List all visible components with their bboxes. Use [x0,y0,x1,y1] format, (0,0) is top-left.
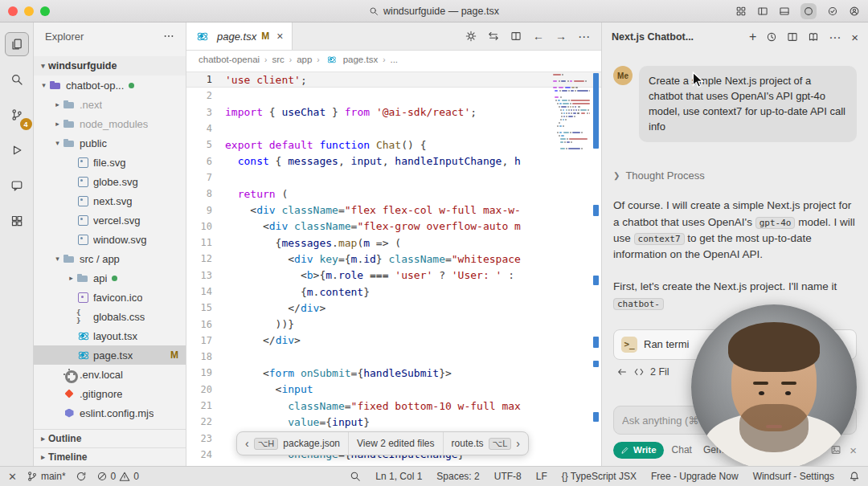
code-line-10[interactable]: 10 <div className="flex-grow overflow-au… [186,218,601,235]
view-edited-files-button[interactable]: View 2 edited files [349,432,444,455]
status-item[interactable]: LF [536,471,547,482]
code-line-9[interactable]: 9 <div className="flex flex-col w-full m… [186,202,601,218]
code-line-2[interactable]: 2 [186,88,601,104]
tree-item--gitignore[interactable]: .gitignore [34,384,186,403]
code-line-19[interactable]: 19 <form onSubmit={handleSubmit}> [186,365,601,381]
code-line-13[interactable]: 13 <b>{m.role === 'user' ? 'User: ' : [186,268,601,284]
tree-item-file-svg[interactable]: file.svg [34,153,186,172]
code-line-7[interactable]: 7 [186,169,601,186]
minimap[interactable] [553,73,590,150]
code-line-22[interactable]: 22 value={input} [186,414,601,430]
tree-item-next-svg[interactable]: next.svg [34,191,186,210]
user-message-bubble[interactable]: Create a simple Next.js project of a cha… [639,66,857,142]
navigate-forward-icon[interactable]: → [555,31,567,42]
git-branch-status[interactable]: main* [27,471,66,482]
status-item[interactable]: Windsurf - Settings [753,471,834,482]
outline-section[interactable]: ▸ Outline [34,429,186,447]
tree-item-chatbot-op-[interactable]: ▾chatbot-op... [34,76,186,95]
code-line-14[interactable]: 14 {m.content} [186,284,601,300]
breadcrumb-item[interactable]: chatbot-openai [199,55,260,64]
tree-item-page-tsx[interactable]: page.tsxM [34,345,186,365]
tree-item--env-local[interactable]: .env.local [34,365,186,384]
dismiss-icon[interactable]: × [850,444,857,456]
activity-explorer[interactable] [5,32,29,56]
tree-item-eslint-config-mjs[interactable]: eslint.config.mjs [34,403,186,423]
tree-item-layout-tsx[interactable]: layout.tsx [34,326,186,345]
sidebar-more-actions[interactable] [163,31,174,42]
breadcrumb-item[interactable]: ... [390,55,398,64]
activity-source-control[interactable]: 4 [5,103,29,127]
code-line-4[interactable]: 4 [186,120,601,137]
zoom-window-button[interactable] [40,6,50,16]
sync-icon[interactable] [76,471,87,482]
zoom-magnifier-icon[interactable] [350,471,361,482]
code-line-16[interactable]: 16 ))} [186,316,601,332]
more-actions-icon[interactable]: ⋯ [578,31,591,43]
tab-page-tsx[interactable]: page.tsx M × [186,22,293,50]
remote-indicator-icon[interactable]: ✕ [8,472,17,482]
tree-item-globe-svg[interactable]: globe.svg [34,172,186,191]
record-indicator[interactable] [800,3,817,19]
code-line-20[interactable]: 20 <input [186,382,601,398]
diff-icon[interactable] [488,31,499,42]
apps-grid-icon[interactable] [735,6,747,17]
status-item[interactable]: Ln 1, Col 1 [375,471,422,482]
tree-item-api[interactable]: ▸api [34,268,186,288]
tree-item-favicon-ico[interactable]: favicon.ico [34,288,186,307]
open-in-editor-icon[interactable] [787,31,798,43]
tree-item-src-app[interactable]: ▾src / app [34,249,186,268]
tree-item-public[interactable]: ▾public [34,133,186,153]
code-line-12[interactable]: 12 <div key={m.id} className="whitespace [186,251,601,267]
mode-write-pill[interactable]: Write [613,442,664,459]
code-line-8[interactable]: 8 return ( [186,186,601,202]
tree-item-globals-css[interactable]: globals.css [34,307,186,326]
workspace-root-row[interactable]: ▾ windsurfguide [34,56,186,76]
code-line-18[interactable]: 18 [186,349,601,365]
code-line-5[interactable]: 5export default function Chat() { [186,137,601,153]
breadcrumb-item[interactable]: page.tsx [343,55,378,64]
toggle-panel-icon[interactable] [779,6,790,17]
activity-run-debug[interactable] [5,138,29,162]
tasks-check-icon[interactable] [827,6,838,17]
mode-chat-toggle[interactable]: Chat [672,444,692,455]
next-edited-file-button[interactable]: route.ts ⌥L › [444,432,529,455]
code-line-21[interactable]: 21 className="fixed bottom-10 w-full max [186,398,601,414]
status-item[interactable]: Spaces: 2 [436,471,479,482]
code-line-3[interactable]: 3import { useChat } from '@ai-sdk/react'… [186,104,601,120]
activity-search[interactable] [5,67,29,92]
status-item[interactable]: UTF-8 [494,471,522,482]
account-icon[interactable] [849,6,860,17]
breadcrumb-item[interactable]: src [272,55,284,64]
prev-edited-file-button[interactable]: ‹ ⌥H package.json [237,432,349,455]
code-line-17[interactable]: 17 </div> [186,333,601,349]
minimize-window-button[interactable] [24,6,34,16]
problems-status[interactable]: 0 0 [96,471,139,482]
docs-book-icon[interactable] [808,31,819,43]
new-chat-icon[interactable]: + [749,31,756,43]
notifications-bell-icon[interactable] [849,471,860,482]
activity-extensions[interactable] [5,209,29,233]
window-title-area[interactable]: windsurfguide — page.tsx [369,0,499,22]
code-line-15[interactable]: 15 </div> [186,300,601,316]
settings-gear-icon[interactable] [465,31,477,42]
overview-ruler[interactable] [591,68,601,466]
close-panel-icon[interactable]: × [851,31,858,43]
code-line-11[interactable]: 11 {messages.map(m => ( [186,235,601,251]
code-line-1[interactable]: 1'use client'; [186,71,601,88]
close-window-button[interactable] [8,6,18,16]
split-editor-icon[interactable] [510,31,522,42]
tree-item-window-svg[interactable]: window.svg [34,230,186,249]
more-dots-icon[interactable]: ⋯ [829,31,841,43]
timeline-section[interactable]: ▸ Timeline [34,447,186,466]
status-item[interactable]: Free - Upgrade Now [651,471,739,482]
code-line-6[interactable]: 6 const { messages, input, handleInputCh… [186,153,601,169]
tree-item--next[interactable]: ▸.next [34,95,186,114]
tree-item-vercel-svg[interactable]: vercel.svg [34,210,186,230]
history-icon[interactable] [766,31,777,43]
navigate-back-icon[interactable]: ← [533,31,544,42]
tree-item-node-modules[interactable]: ▸node_modules [34,114,186,133]
breadcrumb-item[interactable]: app [297,55,312,64]
toggle-sidebar-icon[interactable] [757,6,768,17]
status-item[interactable]: {} TypeScript JSX [562,471,637,482]
close-tab-icon[interactable]: × [276,31,283,42]
